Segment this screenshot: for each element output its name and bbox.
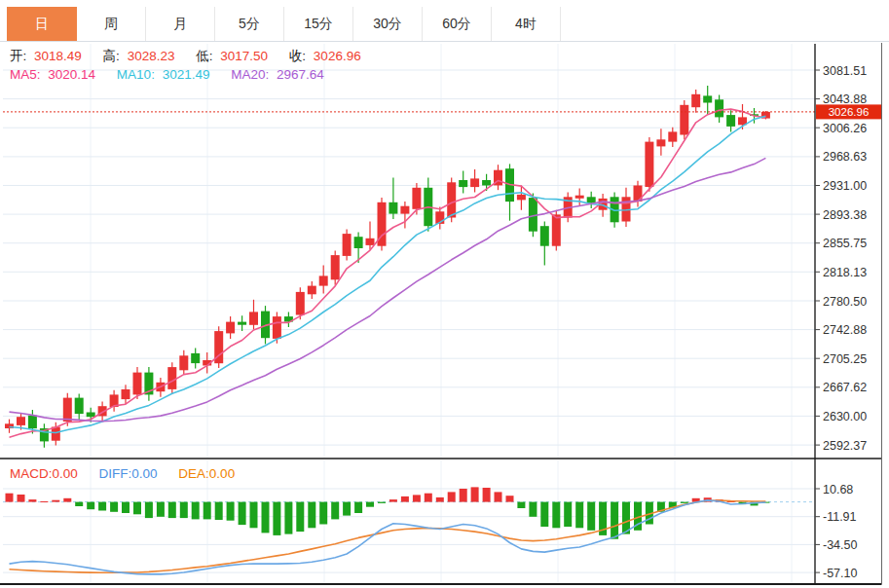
low-value: 3017.50 (220, 49, 268, 63)
tab-day[interactable]: 日 (7, 7, 77, 41)
svg-text:3043.88: 3043.88 (823, 92, 867, 106)
dea-readout: DEA:0.00 (178, 466, 235, 481)
kline-app: 3026.963081.513043.883006.262968.632931.… (0, 0, 889, 588)
svg-text:2855.75: 2855.75 (823, 237, 867, 250)
svg-text:2630.00: 2630.00 (823, 410, 867, 423)
low-label: 低: (196, 49, 212, 63)
close-label: 收: (289, 49, 306, 63)
macd-readout: MACD:0.00 (10, 466, 78, 481)
last-price-badge: 3026.96 (829, 106, 870, 118)
svg-text:2592.37: 2592.37 (823, 439, 867, 453)
macd-panel (6, 487, 770, 574)
ma20-label: MA20: (231, 67, 269, 82)
ohlc-readout: 开: 3018.49 高: 3028.23 低: 3017.50 收: 3026… (10, 48, 379, 65)
high-value: 3028.23 (128, 49, 175, 63)
svg-text:-57.10: -57.10 (823, 567, 857, 580)
period-tabbar: 日周月5分15分30分60分4时 (0, 0, 889, 42)
svg-text:2705.25: 2705.25 (823, 352, 867, 366)
tab-15min[interactable]: 15分 (284, 7, 353, 41)
svg-text:3081.51: 3081.51 (823, 64, 867, 78)
open-label: 开: (10, 49, 26, 63)
tab-60min[interactable]: 60分 (423, 7, 492, 41)
ma10-label: MA10: (117, 67, 155, 82)
candlestick-series (5, 86, 770, 448)
tab-5min[interactable]: 5分 (215, 7, 284, 41)
svg-text:-11.91: -11.91 (823, 510, 857, 524)
tab-30min[interactable]: 30分 (353, 7, 423, 41)
ma-readout: MA5: 3020.14 MA10: 3021.49 MA20: 2967.64 (10, 67, 342, 82)
price-axis: 3081.513043.883006.262968.632931.002893.… (815, 44, 867, 584)
svg-text:10.68: 10.68 (823, 483, 853, 496)
svg-text:2968.63: 2968.63 (823, 150, 867, 164)
svg-text:2818.13: 2818.13 (823, 266, 867, 279)
diff-readout: DIFF:0.00 (99, 466, 158, 481)
svg-text:-34.50: -34.50 (823, 538, 857, 552)
last-price-marker: 3026.96 (3, 104, 881, 119)
tab-month[interactable]: 月 (146, 7, 215, 41)
tab-4hour[interactable]: 4时 (492, 7, 561, 41)
ma10-value: 3021.49 (163, 67, 210, 82)
svg-text:3006.26: 3006.26 (823, 122, 867, 135)
ma5-label: MA5: (10, 67, 41, 82)
svg-text:2667.62: 2667.62 (823, 381, 867, 394)
ma20-value: 2967.64 (277, 67, 324, 82)
svg-text:2931.00: 2931.00 (823, 179, 867, 193)
svg-text:2893.38: 2893.38 (823, 208, 867, 222)
tab-week[interactable]: 周 (77, 7, 146, 41)
svg-text:2780.50: 2780.50 (823, 295, 867, 309)
kline-chart-canvas[interactable]: 3026.963081.513043.883006.262968.632931.… (0, 0, 889, 588)
svg-text:2742.88: 2742.88 (823, 323, 867, 337)
macd-legend: MACD:0.00 DIFF:0.00 DEA:0.00 (10, 466, 252, 481)
close-value: 3026.96 (314, 49, 361, 63)
ma5-value: 3020.14 (48, 67, 95, 82)
open-value: 3018.49 (34, 49, 82, 63)
high-label: 高: (103, 49, 120, 63)
